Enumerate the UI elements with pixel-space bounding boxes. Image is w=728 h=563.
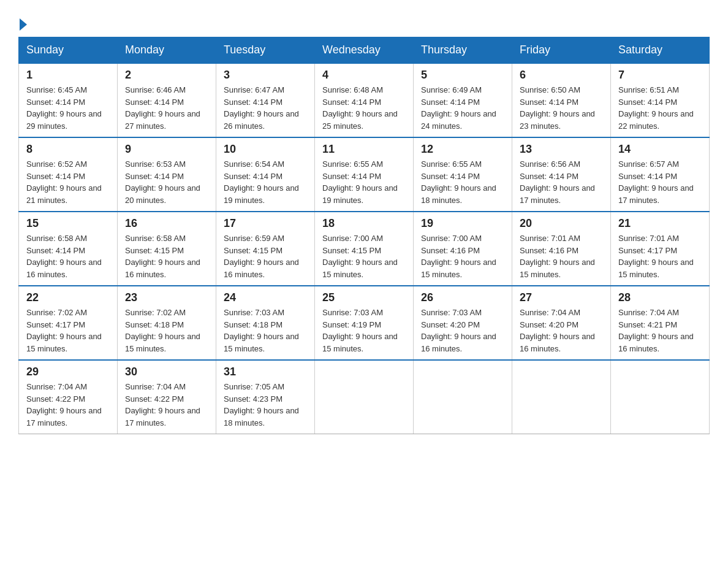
day-info: Sunrise: 7:04 AMSunset: 4:20 PMDaylight:… (520, 307, 603, 354)
calendar-cell: 26Sunrise: 7:03 AMSunset: 4:20 PMDayligh… (414, 286, 512, 360)
day-number: 23 (125, 291, 208, 304)
calendar-cell: 18Sunrise: 7:00 AMSunset: 4:15 PMDayligh… (315, 212, 414, 286)
calendar-cell: 10Sunrise: 6:54 AMSunset: 4:14 PMDayligh… (216, 137, 315, 212)
calendar-header-monday: Monday (118, 37, 216, 64)
day-info: Sunrise: 7:02 AMSunset: 4:17 PMDaylight:… (26, 307, 110, 354)
calendar-cell (611, 360, 710, 434)
day-info: Sunrise: 7:03 AMSunset: 4:20 PMDaylight:… (421, 307, 504, 354)
day-number: 14 (618, 143, 702, 156)
calendar-cell: 12Sunrise: 6:55 AMSunset: 4:14 PMDayligh… (414, 137, 512, 212)
day-info: Sunrise: 7:04 AMSunset: 4:21 PMDaylight:… (618, 307, 702, 354)
calendar-cell: 16Sunrise: 6:58 AMSunset: 4:15 PMDayligh… (118, 212, 216, 286)
day-number: 11 (322, 143, 406, 156)
day-number: 28 (618, 291, 702, 304)
day-info: Sunrise: 6:55 AMSunset: 4:14 PMDaylight:… (322, 158, 406, 206)
logo-arrow-icon (20, 18, 27, 31)
day-number: 16 (125, 217, 208, 230)
day-info: Sunrise: 7:01 AMSunset: 4:16 PMDaylight:… (520, 232, 603, 280)
day-number: 12 (421, 143, 504, 156)
calendar-header-wednesday: Wednesday (315, 37, 414, 64)
day-number: 1 (26, 69, 110, 82)
day-number: 7 (618, 69, 702, 82)
day-info: Sunrise: 6:59 AMSunset: 4:15 PMDaylight:… (224, 232, 307, 280)
calendar-cell: 19Sunrise: 7:00 AMSunset: 4:16 PMDayligh… (414, 212, 512, 286)
calendar-cell: 17Sunrise: 6:59 AMSunset: 4:15 PMDayligh… (216, 212, 315, 286)
calendar-cell: 3Sunrise: 6:47 AMSunset: 4:14 PMDaylight… (216, 63, 315, 137)
day-number: 22 (26, 291, 110, 304)
day-number: 20 (520, 217, 603, 230)
day-info: Sunrise: 7:01 AMSunset: 4:17 PMDaylight:… (618, 232, 702, 280)
day-number: 25 (322, 291, 406, 304)
day-number: 29 (26, 366, 110, 378)
day-info: Sunrise: 7:03 AMSunset: 4:18 PMDaylight:… (224, 307, 307, 354)
calendar-cell: 2Sunrise: 6:46 AMSunset: 4:14 PMDaylight… (118, 63, 216, 137)
day-number: 2 (125, 69, 208, 82)
day-info: Sunrise: 6:54 AMSunset: 4:14 PMDaylight:… (224, 158, 307, 206)
calendar-cell: 4Sunrise: 6:48 AMSunset: 4:14 PMDaylight… (315, 63, 414, 137)
calendar-cell (512, 360, 611, 434)
day-number: 9 (125, 143, 208, 156)
day-info: Sunrise: 6:53 AMSunset: 4:14 PMDaylight:… (125, 158, 208, 206)
calendar-header-sunday: Sunday (19, 37, 118, 64)
calendar-week-row: 8Sunrise: 6:52 AMSunset: 4:14 PMDaylight… (19, 137, 710, 212)
calendar-table: SundayMondayTuesdayWednesdayThursdayFrid… (18, 37, 710, 434)
calendar-header-saturday: Saturday (611, 37, 710, 64)
day-info: Sunrise: 6:46 AMSunset: 4:14 PMDaylight:… (125, 84, 208, 132)
calendar-cell: 27Sunrise: 7:04 AMSunset: 4:20 PMDayligh… (512, 286, 611, 360)
calendar-cell: 13Sunrise: 6:56 AMSunset: 4:14 PMDayligh… (512, 137, 611, 212)
day-info: Sunrise: 6:58 AMSunset: 4:14 PMDaylight:… (26, 232, 110, 280)
day-info: Sunrise: 6:55 AMSunset: 4:14 PMDaylight:… (421, 158, 504, 206)
day-info: Sunrise: 6:45 AMSunset: 4:14 PMDaylight:… (26, 84, 110, 132)
calendar-cell: 22Sunrise: 7:02 AMSunset: 4:17 PMDayligh… (19, 286, 118, 360)
day-number: 24 (224, 291, 307, 304)
calendar-cell: 28Sunrise: 7:04 AMSunset: 4:21 PMDayligh… (611, 286, 710, 360)
day-info: Sunrise: 6:56 AMSunset: 4:14 PMDaylight:… (520, 158, 603, 206)
logo (18, 18, 27, 31)
day-info: Sunrise: 6:49 AMSunset: 4:14 PMDaylight:… (421, 84, 504, 132)
day-info: Sunrise: 7:00 AMSunset: 4:16 PMDaylight:… (421, 232, 504, 280)
day-info: Sunrise: 7:03 AMSunset: 4:19 PMDaylight:… (322, 307, 406, 354)
calendar-cell: 8Sunrise: 6:52 AMSunset: 4:14 PMDaylight… (19, 137, 118, 212)
day-number: 17 (224, 217, 307, 230)
calendar-cell: 5Sunrise: 6:49 AMSunset: 4:14 PMDaylight… (414, 63, 512, 137)
day-info: Sunrise: 6:48 AMSunset: 4:14 PMDaylight:… (322, 84, 406, 132)
page-header (18, 12, 710, 31)
calendar-header-thursday: Thursday (414, 37, 512, 64)
calendar-cell: 21Sunrise: 7:01 AMSunset: 4:17 PMDayligh… (611, 212, 710, 286)
calendar-header-tuesday: Tuesday (216, 37, 315, 64)
calendar-cell: 20Sunrise: 7:01 AMSunset: 4:16 PMDayligh… (512, 212, 611, 286)
calendar-cell: 6Sunrise: 6:50 AMSunset: 4:14 PMDaylight… (512, 63, 611, 137)
calendar-cell: 9Sunrise: 6:53 AMSunset: 4:14 PMDaylight… (118, 137, 216, 212)
day-number: 4 (322, 69, 406, 82)
calendar-cell: 7Sunrise: 6:51 AMSunset: 4:14 PMDaylight… (611, 63, 710, 137)
calendar-cell: 25Sunrise: 7:03 AMSunset: 4:19 PMDayligh… (315, 286, 414, 360)
calendar-cell: 31Sunrise: 7:05 AMSunset: 4:23 PMDayligh… (216, 360, 315, 434)
day-number: 15 (26, 217, 110, 230)
day-info: Sunrise: 7:02 AMSunset: 4:18 PMDaylight:… (125, 307, 208, 354)
day-number: 13 (520, 143, 603, 156)
day-info: Sunrise: 6:58 AMSunset: 4:15 PMDaylight:… (125, 232, 208, 280)
day-number: 8 (26, 143, 110, 156)
calendar-cell: 29Sunrise: 7:04 AMSunset: 4:22 PMDayligh… (19, 360, 118, 434)
day-number: 18 (322, 217, 406, 230)
day-number: 26 (421, 291, 504, 304)
day-number: 30 (125, 366, 208, 378)
calendar-week-row: 22Sunrise: 7:02 AMSunset: 4:17 PMDayligh… (19, 286, 710, 360)
day-number: 21 (618, 217, 702, 230)
day-number: 27 (520, 291, 603, 304)
calendar-cell (414, 360, 512, 434)
day-info: Sunrise: 7:04 AMSunset: 4:22 PMDaylight:… (26, 381, 110, 429)
calendar-cell: 14Sunrise: 6:57 AMSunset: 4:14 PMDayligh… (611, 137, 710, 212)
calendar-header-row: SundayMondayTuesdayWednesdayThursdayFrid… (19, 37, 710, 64)
calendar-cell: 30Sunrise: 7:04 AMSunset: 4:22 PMDayligh… (118, 360, 216, 434)
day-number: 19 (421, 217, 504, 230)
day-info: Sunrise: 6:51 AMSunset: 4:14 PMDaylight:… (618, 84, 702, 132)
day-info: Sunrise: 6:47 AMSunset: 4:14 PMDaylight:… (224, 84, 307, 132)
day-number: 6 (520, 69, 603, 82)
day-info: Sunrise: 7:05 AMSunset: 4:23 PMDaylight:… (224, 381, 307, 429)
day-number: 5 (421, 69, 504, 82)
day-number: 31 (224, 366, 307, 378)
calendar-cell: 24Sunrise: 7:03 AMSunset: 4:18 PMDayligh… (216, 286, 315, 360)
day-info: Sunrise: 7:00 AMSunset: 4:15 PMDaylight:… (322, 232, 406, 280)
day-info: Sunrise: 7:04 AMSunset: 4:22 PMDaylight:… (125, 381, 208, 429)
